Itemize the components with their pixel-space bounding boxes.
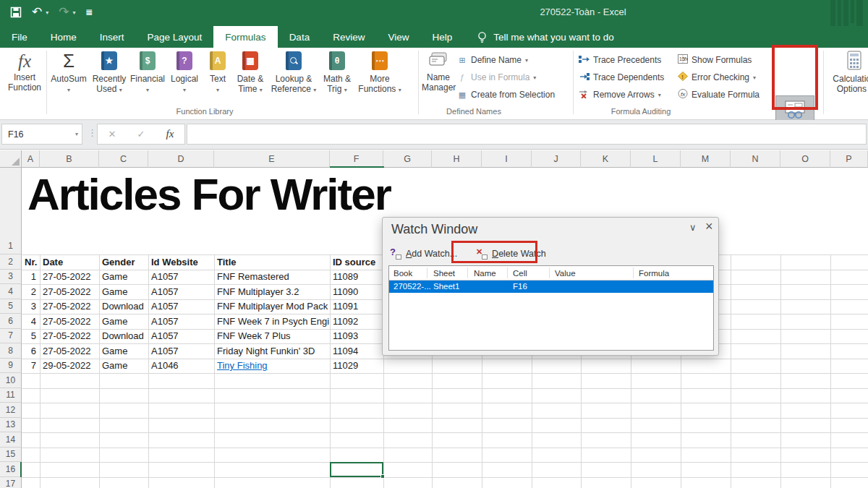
row-header-11[interactable]: 11 — [0, 388, 22, 403]
tab-view[interactable]: View — [376, 26, 420, 48]
ribbon-button-lookup-reference[interactable]: Lookup &Reference ▾ — [268, 51, 320, 95]
row-header-17[interactable]: 17 — [0, 477, 22, 488]
row-header-5[interactable]: 5 — [0, 299, 22, 314]
table-cell[interactable]: 5 — [22, 329, 39, 344]
enter-icon[interactable]: ✓ — [127, 129, 156, 140]
tab-file[interactable]: File — [0, 26, 39, 48]
table-cell[interactable]: 27-05-2022 — [40, 270, 98, 285]
table-cell[interactable]: A1057 — [148, 284, 213, 299]
column-header-c[interactable]: C — [99, 150, 148, 168]
table-cell[interactable]: A1057 — [148, 299, 213, 314]
ribbon-button-math-trig[interactable]: θMath &Trig ▾ — [317, 51, 357, 95]
table-cell[interactable]: Friday Night Funkin' 3D — [214, 343, 329, 359]
row-header-9[interactable]: 9 — [0, 359, 22, 374]
ribbon-button-financial[interactable]: $Financial▾ — [127, 51, 169, 95]
name-manager-button[interactable]: NameManager — [422, 51, 455, 93]
table-cell[interactable]: FNF Multiplayer 3.2 — [214, 284, 329, 299]
cancel-icon[interactable]: ✕ — [98, 129, 127, 140]
save-icon[interactable] — [10, 7, 22, 18]
ribbon-button-evaluate-formula[interactable]: fxEvaluate Formula — [678, 88, 760, 101]
row-header-16[interactable]: 16 — [0, 462, 22, 477]
table-cell[interactable]: 11093 — [330, 329, 383, 344]
table-cell[interactable]: FNF Week 7 Plus — [214, 329, 329, 344]
undo-dropdown-icon[interactable]: ▾ — [46, 9, 48, 16]
undo-icon[interactable]: ↶ — [32, 4, 42, 20]
table-cell[interactable]: A1057 — [148, 343, 213, 359]
ribbon-button-trace-precedents[interactable]: Trace Precedents — [579, 53, 661, 67]
table-cell[interactable]: 11029 — [330, 359, 383, 374]
watch-list-row[interactable]: 270522-... Sheet1 F16 — [389, 281, 713, 293]
table-cell[interactable]: 11090 — [330, 284, 383, 299]
table-cell[interactable]: Game — [99, 314, 148, 329]
column-header-n[interactable]: N — [731, 150, 780, 168]
ribbon-button-error-checking[interactable]: !Error Checking▾ — [678, 71, 756, 84]
table-header-cell[interactable]: ID source — [330, 254, 383, 270]
table-cell[interactable]: 27-05-2022 — [40, 329, 98, 344]
tell-me-box[interactable]: Tell me what you want to do — [464, 26, 614, 48]
table-cell[interactable]: 11094 — [330, 343, 383, 359]
watch-column-header-name[interactable]: Name — [474, 266, 496, 280]
ribbon-button-autosum[interactable]: ΣAutoSum▾ — [48, 51, 89, 95]
table-cell[interactable]: 11092 — [330, 314, 383, 329]
column-header-h[interactable]: H — [432, 150, 482, 168]
table-cell[interactable]: A1057 — [148, 314, 213, 329]
row-header-15[interactable]: 15 — [0, 448, 22, 463]
ribbon-button-show-formulas[interactable]: 15fxShow Formulas — [678, 53, 752, 67]
table-cell[interactable]: FNF Week 7 in Psych Engine — [214, 314, 329, 329]
table-header-cell[interactable]: Gender — [99, 254, 148, 270]
table-cell[interactable]: FNF Remastered — [214, 270, 329, 285]
watch-column-header-formula[interactable]: Formula — [639, 266, 669, 280]
table-cell[interactable]: 2 — [22, 284, 39, 299]
table-cell[interactable]: 11089 — [330, 270, 383, 285]
name-box[interactable]: F16 ▾ — [1, 124, 82, 145]
ribbon-button-more-functions[interactable]: ⋯MoreFunctions ▾ — [356, 51, 404, 95]
chevron-down-icon[interactable]: ∨ — [689, 222, 697, 233]
cell-a1-title[interactable]: Articles For Writer — [27, 168, 391, 220]
tab-formulas[interactable]: Formulas — [213, 26, 277, 48]
insert-function-fx-icon[interactable]: fx — [156, 128, 184, 140]
ribbon-button-trace-dependents[interactable]: Trace Dependents — [579, 71, 664, 84]
table-cell[interactable]: Game — [99, 284, 148, 299]
column-header-b[interactable]: B — [40, 150, 99, 168]
column-header-k[interactable]: K — [581, 150, 631, 168]
table-header-cell[interactable]: Date — [40, 254, 98, 270]
table-cell[interactable]: 11091 — [330, 299, 383, 314]
table-cell[interactable]: 27-05-2022 — [40, 343, 98, 359]
tab-review[interactable]: Review — [321, 26, 376, 48]
table-header-cell[interactable]: Id Website — [148, 254, 213, 270]
tab-page-layout[interactable]: Page Layout — [136, 26, 214, 48]
row-header-2[interactable]: 2 — [0, 254, 22, 270]
row-header-6[interactable]: 6 — [0, 314, 22, 329]
row-header-7[interactable]: 7 — [0, 329, 22, 344]
table-cell[interactable]: 27-05-2022 — [40, 284, 98, 299]
tab-help[interactable]: Help — [420, 26, 464, 48]
tab-home[interactable]: Home — [39, 26, 88, 48]
table-cell[interactable]: Download — [99, 299, 148, 314]
ribbon-button-logical[interactable]: ?Logical▾ — [166, 51, 203, 95]
add-watch-button[interactable]: ? Add Watch... — [390, 249, 457, 260]
column-header-e[interactable]: E — [214, 150, 330, 168]
insert-function-button[interactable]: fx InsertFunction — [6, 51, 43, 93]
tab-data[interactable]: Data — [278, 26, 322, 48]
table-cell[interactable]: FNF Multiplayer Mod Pack — [214, 299, 329, 314]
table-cell[interactable]: A1046 — [148, 359, 213, 374]
select-all-corner[interactable] — [0, 150, 22, 168]
table-cell[interactable]: 29-05-2022 — [40, 359, 98, 374]
column-header-m[interactable]: M — [681, 150, 731, 168]
row-header-4[interactable]: 4 — [0, 284, 22, 299]
row-header-8[interactable]: 8 — [0, 343, 22, 359]
redo-icon[interactable]: ↷ — [59, 4, 69, 20]
table-cell[interactable]: Tiny Fishing — [214, 359, 329, 374]
watch-column-header-value[interactable]: Value — [555, 266, 576, 280]
customize-qat-icon[interactable]: ▦ — [86, 4, 93, 20]
watch-column-header-book[interactable]: Book — [393, 266, 412, 280]
table-cell[interactable]: 4 — [22, 314, 39, 329]
row-header-1[interactable]: 1 — [0, 168, 22, 254]
ribbon-button-date-time[interactable]: ▦Date &Time ▾ — [231, 51, 270, 95]
formula-bar-splitter[interactable]: ⋮ — [88, 127, 97, 138]
watch-column-header-cell[interactable]: Cell — [513, 266, 527, 280]
tab-insert[interactable]: Insert — [88, 26, 136, 48]
table-cell[interactable]: Game — [99, 343, 148, 359]
table-header-cell[interactable]: Nr. — [22, 254, 39, 270]
table-cell[interactable]: Game — [99, 359, 148, 374]
